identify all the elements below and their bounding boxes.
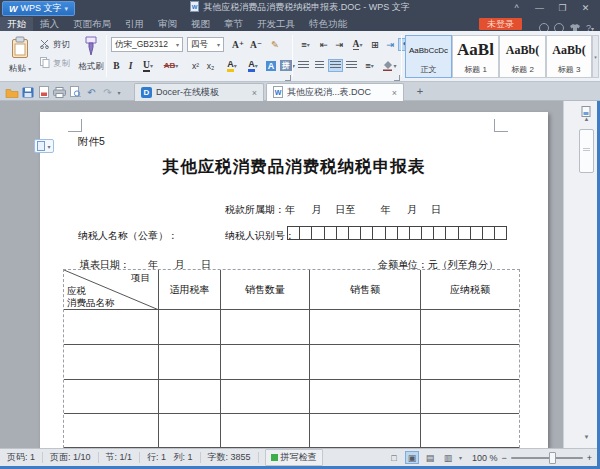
shading-color-button[interactable]: ▾: [380, 58, 399, 73]
tab-insert[interactable]: 插入: [33, 17, 66, 31]
maximize-button[interactable]: ❐: [552, 1, 573, 16]
table-empty-cell[interactable]: [221, 345, 310, 380]
table-empty-cell[interactable]: [421, 414, 519, 448]
distribute-text-button[interactable]: [344, 59, 359, 72]
styles-gallery-scroll[interactable]: ▾: [592, 35, 599, 78]
shrink-font-button[interactable]: A⁻: [248, 37, 264, 52]
table-empty-cell[interactable]: [64, 345, 159, 380]
zoom-out-button[interactable]: −: [501, 453, 506, 463]
table-empty-cell[interactable]: [221, 414, 310, 448]
spellcheck-status[interactable]: 拼写检查: [265, 449, 323, 466]
tab-section[interactable]: 章节: [217, 17, 250, 31]
zoom-slider-thumb[interactable]: [549, 452, 556, 464]
scroll-down-button[interactable]: ▼: [578, 434, 595, 440]
vertical-scrollbar[interactable]: ▲ ▼: [563, 101, 597, 448]
scroll-up-button[interactable]: ▲: [578, 116, 595, 122]
align-left-button[interactable]: [296, 59, 311, 72]
save-button[interactable]: [20, 85, 35, 99]
minimize-button[interactable]: —: [529, 1, 550, 16]
align-center-button[interactable]: [312, 59, 327, 72]
table-empty-cell[interactable]: [310, 310, 421, 345]
copy-button[interactable]: 复制: [40, 57, 70, 70]
document-page[interactable]: 附件5 其他应税消费品消费税纳税申报表 税款所属期：年 月 日至 年 月 日 纳…: [40, 112, 548, 448]
underline-button[interactable]: U▾: [138, 58, 158, 73]
increase-indent-button[interactable]: ⇥: [332, 37, 346, 52]
table-empty-cell[interactable]: [64, 414, 159, 448]
table-empty-cell[interactable]: [310, 380, 421, 414]
tab-page-layout[interactable]: 页面布局: [66, 17, 118, 31]
table-empty-cell[interactable]: [310, 345, 421, 380]
char-shading-button[interactable]: A: [264, 58, 278, 73]
zoom-slider[interactable]: [511, 457, 583, 459]
redo-button[interactable]: ↷: [100, 85, 115, 99]
export-pdf-button[interactable]: [36, 85, 51, 99]
ribbon-collapse-button[interactable]: ^: [506, 1, 527, 16]
paragraph-dialog-launcher-icon[interactable]: [394, 75, 400, 81]
word-count-status[interactable]: 字数: 3855: [201, 452, 259, 463]
doc-tab-docer[interactable]: D Docer-在线模板 ×: [134, 83, 264, 101]
wps-app-menu-button[interactable]: W WPS 文字 ▾: [2, 1, 75, 16]
subscript-button[interactable]: x₂: [203, 58, 218, 73]
highlight-color-button[interactable]: A▾: [222, 58, 242, 73]
table-empty-cell[interactable]: [64, 310, 159, 345]
bullet-list-button[interactable]: ≡▾: [296, 37, 315, 52]
fullscreen-view-button[interactable]: □: [387, 451, 401, 464]
paste-button[interactable]: 粘贴 ▾: [6, 36, 34, 75]
format-painter-button[interactable]: 格式刷: [76, 36, 106, 73]
bold-button[interactable]: B: [110, 58, 123, 73]
style-normal[interactable]: AaBbCcDc 正文: [405, 35, 452, 78]
table-empty-cell[interactable]: [159, 380, 221, 414]
open-file-button[interactable]: [4, 85, 19, 99]
table-empty-cell[interactable]: [159, 310, 221, 345]
style-heading2[interactable]: AaBb( 标题 2: [499, 35, 546, 78]
strikethrough-button[interactable]: AB▾: [158, 58, 184, 73]
table-empty-cell[interactable]: [421, 310, 519, 345]
undo-button[interactable]: ↶: [84, 85, 99, 99]
zoom-level[interactable]: 100 %: [472, 453, 498, 463]
zoom-in-button[interactable]: +: [587, 453, 592, 463]
read-layout-button[interactable]: ▥: [441, 451, 455, 464]
table-header-cell[interactable]: 销售数量: [221, 270, 310, 310]
style-heading1[interactable]: AaBl 标题 1: [452, 35, 499, 78]
grow-font-button[interactable]: A⁺: [230, 37, 246, 52]
table-empty-cell[interactable]: [221, 380, 310, 414]
table-empty-cell[interactable]: [64, 380, 159, 414]
tab-review[interactable]: 审阅: [151, 17, 184, 31]
char-scale-button[interactable]: A▾: [348, 37, 367, 52]
text-effect-button[interactable]: ✎: [267, 37, 283, 52]
doc-tab-current[interactable]: W 其他应税消...表.DOC ×: [266, 83, 404, 101]
table-header-cell[interactable]: 销售额: [310, 270, 421, 310]
line-spacing-button[interactable]: ≡▾: [360, 58, 379, 73]
new-tab-button[interactable]: +: [412, 84, 428, 99]
font-color-button[interactable]: A▾: [243, 58, 263, 73]
close-tab-icon[interactable]: ×: [252, 88, 257, 98]
tab-special-features[interactable]: 特色功能: [302, 17, 354, 31]
print-button[interactable]: [52, 85, 67, 99]
outline-view-button[interactable]: ▤: [423, 451, 437, 464]
superscript-button[interactable]: x²: [188, 58, 203, 73]
table-empty-cell[interactable]: [421, 380, 519, 414]
login-button[interactable]: 未登录: [479, 18, 522, 30]
style-heading3[interactable]: AaBb( 标题 3: [546, 35, 592, 78]
font-dialog-launcher-icon[interactable]: [285, 75, 291, 81]
decrease-indent-button[interactable]: ⇤: [317, 37, 331, 52]
cut-button[interactable]: 剪切: [40, 39, 70, 51]
font-size-combobox[interactable]: 四号▾: [187, 37, 224, 52]
table-header-cell[interactable]: 应纳税额: [421, 270, 519, 310]
table-empty-cell[interactable]: [421, 345, 519, 380]
scrollbar-thumb[interactable]: [579, 129, 594, 173]
tab-developer[interactable]: 开发工具: [250, 17, 302, 31]
phonetic-guide-button[interactable]: 拼▾: [278, 58, 297, 73]
table-empty-cell[interactable]: [159, 345, 221, 380]
table-borders-button[interactable]: ⊞: [368, 37, 382, 52]
tab-references[interactable]: 引用: [118, 17, 151, 31]
print-preview-button[interactable]: [68, 85, 83, 99]
page-view-button[interactable]: ▣: [405, 451, 419, 464]
font-name-combobox[interactable]: 仿宋_GB2312▾: [111, 37, 183, 52]
close-tab-icon[interactable]: ×: [392, 88, 397, 98]
tab-view[interactable]: 视图: [184, 17, 217, 31]
italic-button[interactable]: I: [124, 58, 137, 73]
table-corner-cell[interactable]: 项目 应税 消费品名称: [64, 270, 159, 310]
close-button[interactable]: ✕: [575, 1, 596, 16]
quick-access-dropdown[interactable]: ▾: [114, 85, 124, 99]
